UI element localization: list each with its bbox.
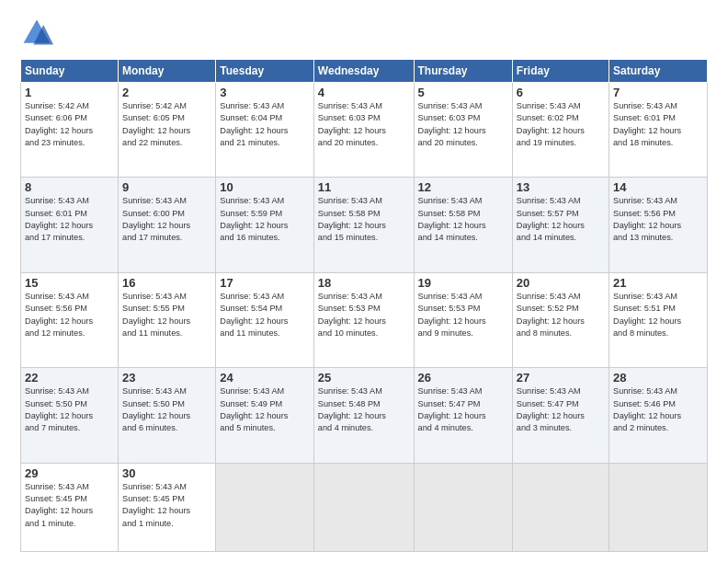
day-info: Sunrise: 5:43 AMSunset: 6:02 PMDaylight:…: [517, 101, 585, 147]
day-info: Sunrise: 5:43 AMSunset: 5:58 PMDaylight:…: [318, 196, 386, 242]
day-number: 27: [517, 371, 605, 385]
day-info: Sunrise: 5:42 AMSunset: 6:06 PMDaylight:…: [25, 101, 93, 147]
day-info: Sunrise: 5:43 AMSunset: 5:56 PMDaylight:…: [25, 292, 93, 338]
calendar-week-row: 8 Sunrise: 5:43 AMSunset: 6:01 PMDayligh…: [21, 178, 708, 272]
day-info: Sunrise: 5:43 AMSunset: 5:50 PMDaylight:…: [122, 386, 190, 432]
calendar-day-cell: 3 Sunrise: 5:43 AMSunset: 6:04 PMDayligh…: [216, 83, 314, 178]
calendar-day-cell: 27 Sunrise: 5:43 AMSunset: 5:47 PMDaylig…: [512, 368, 609, 463]
day-number: 28: [613, 371, 703, 385]
calendar-day-cell: [512, 463, 609, 551]
calendar-day-cell: [216, 463, 314, 551]
day-info: Sunrise: 5:43 AMSunset: 5:48 PMDaylight:…: [318, 386, 386, 432]
calendar-day-cell: [313, 463, 414, 551]
calendar-day-cell: 8 Sunrise: 5:43 AMSunset: 6:01 PMDayligh…: [21, 178, 119, 272]
calendar-day-cell: 11 Sunrise: 5:43 AMSunset: 5:58 PMDaylig…: [313, 178, 414, 272]
day-info: Sunrise: 5:43 AMSunset: 6:00 PMDaylight:…: [122, 196, 190, 242]
calendar-day-cell: 16 Sunrise: 5:43 AMSunset: 5:55 PMDaylig…: [119, 272, 216, 367]
calendar-day-cell: 14 Sunrise: 5:43 AMSunset: 5:56 PMDaylig…: [609, 178, 708, 272]
day-number: 3: [220, 86, 310, 99]
day-number: 26: [418, 371, 508, 385]
calendar-week-row: 29 Sunrise: 5:43 AMSunset: 5:45 PMDaylig…: [21, 463, 708, 551]
day-number: 22: [25, 371, 114, 385]
day-number: 30: [122, 466, 211, 480]
page: SundayMondayTuesdayWednesdayThursdayFrid…: [0, 0, 728, 563]
day-info: Sunrise: 5:43 AMSunset: 5:52 PMDaylight:…: [517, 292, 585, 338]
day-info: Sunrise: 5:43 AMSunset: 5:53 PMDaylight:…: [318, 292, 386, 338]
calendar-day-cell: 18 Sunrise: 5:43 AMSunset: 5:53 PMDaylig…: [313, 272, 414, 367]
calendar-day-cell: 2 Sunrise: 5:42 AMSunset: 6:05 PMDayligh…: [119, 83, 216, 178]
day-number: 7: [613, 86, 703, 99]
day-number: 5: [418, 86, 508, 99]
day-info: Sunrise: 5:43 AMSunset: 5:58 PMDaylight:…: [418, 196, 486, 242]
day-info: Sunrise: 5:43 AMSunset: 6:03 PMDaylight:…: [418, 101, 486, 147]
day-info: Sunrise: 5:43 AMSunset: 5:55 PMDaylight:…: [122, 292, 190, 338]
calendar-day-cell: 20 Sunrise: 5:43 AMSunset: 5:52 PMDaylig…: [512, 272, 609, 367]
day-info: Sunrise: 5:43 AMSunset: 5:59 PMDaylight:…: [220, 196, 288, 242]
logo-icon: [20, 17, 53, 50]
weekday-header-friday: Friday: [512, 60, 609, 83]
day-number: 8: [25, 180, 114, 194]
day-info: Sunrise: 5:43 AMSunset: 6:04 PMDaylight:…: [220, 101, 288, 147]
calendar-day-cell: 7 Sunrise: 5:43 AMSunset: 6:01 PMDayligh…: [609, 83, 708, 178]
calendar-day-cell: 24 Sunrise: 5:43 AMSunset: 5:49 PMDaylig…: [216, 368, 314, 463]
day-info: Sunrise: 5:43 AMSunset: 5:47 PMDaylight:…: [517, 386, 585, 432]
calendar-day-cell: 30 Sunrise: 5:43 AMSunset: 5:45 PMDaylig…: [119, 463, 216, 551]
calendar-day-cell: 26 Sunrise: 5:43 AMSunset: 5:47 PMDaylig…: [414, 368, 512, 463]
day-info: Sunrise: 5:43 AMSunset: 5:45 PMDaylight:…: [25, 482, 93, 528]
day-number: 18: [318, 276, 410, 290]
day-number: 23: [122, 371, 211, 385]
calendar-week-row: 15 Sunrise: 5:43 AMSunset: 5:56 PMDaylig…: [21, 272, 708, 367]
day-info: Sunrise: 5:43 AMSunset: 5:50 PMDaylight:…: [25, 386, 93, 432]
calendar-day-cell: 23 Sunrise: 5:43 AMSunset: 5:50 PMDaylig…: [119, 368, 216, 463]
day-info: Sunrise: 5:43 AMSunset: 6:01 PMDaylight:…: [613, 101, 681, 147]
calendar-day-cell: 25 Sunrise: 5:43 AMSunset: 5:48 PMDaylig…: [313, 368, 414, 463]
calendar-table: SundayMondayTuesdayWednesdayThursdayFrid…: [20, 59, 708, 552]
day-number: 25: [318, 371, 410, 385]
calendar-week-row: 1 Sunrise: 5:42 AMSunset: 6:06 PMDayligh…: [21, 83, 708, 178]
day-info: Sunrise: 5:42 AMSunset: 6:05 PMDaylight:…: [122, 101, 190, 147]
weekday-header-monday: Monday: [119, 60, 216, 83]
header: [20, 17, 708, 50]
day-info: Sunrise: 5:43 AMSunset: 5:51 PMDaylight:…: [613, 292, 681, 338]
calendar-day-cell: 5 Sunrise: 5:43 AMSunset: 6:03 PMDayligh…: [414, 83, 512, 178]
weekday-header-tuesday: Tuesday: [216, 60, 314, 83]
day-number: 10: [220, 180, 310, 194]
day-number: 12: [418, 180, 508, 194]
day-number: 11: [318, 180, 410, 194]
day-info: Sunrise: 5:43 AMSunset: 5:49 PMDaylight:…: [220, 386, 288, 432]
day-number: 19: [418, 276, 508, 290]
day-info: Sunrise: 5:43 AMSunset: 5:47 PMDaylight:…: [418, 386, 486, 432]
weekday-header-wednesday: Wednesday: [313, 60, 414, 83]
day-number: 1: [25, 86, 114, 99]
day-number: 29: [25, 466, 114, 480]
calendar-week-row: 22 Sunrise: 5:43 AMSunset: 5:50 PMDaylig…: [21, 368, 708, 463]
day-number: 2: [122, 86, 211, 99]
day-number: 13: [517, 180, 605, 194]
calendar-day-cell: 1 Sunrise: 5:42 AMSunset: 6:06 PMDayligh…: [21, 83, 119, 178]
day-number: 9: [122, 180, 211, 194]
day-number: 20: [517, 276, 605, 290]
weekday-header-sunday: Sunday: [21, 60, 119, 83]
day-number: 14: [613, 180, 703, 194]
calendar-day-cell: 4 Sunrise: 5:43 AMSunset: 6:03 PMDayligh…: [313, 83, 414, 178]
day-number: 17: [220, 276, 310, 290]
day-number: 16: [122, 276, 211, 290]
day-info: Sunrise: 5:43 AMSunset: 6:03 PMDaylight:…: [318, 101, 386, 147]
day-number: 4: [318, 86, 410, 99]
calendar-day-cell: [609, 463, 708, 551]
day-info: Sunrise: 5:43 AMSunset: 5:54 PMDaylight:…: [220, 292, 288, 338]
calendar-day-cell: 9 Sunrise: 5:43 AMSunset: 6:00 PMDayligh…: [119, 178, 216, 272]
day-number: 6: [517, 86, 605, 99]
day-info: Sunrise: 5:43 AMSunset: 5:45 PMDaylight:…: [122, 482, 190, 528]
day-number: 24: [220, 371, 310, 385]
calendar-day-cell: 15 Sunrise: 5:43 AMSunset: 5:56 PMDaylig…: [21, 272, 119, 367]
calendar-day-cell: 6 Sunrise: 5:43 AMSunset: 6:02 PMDayligh…: [512, 83, 609, 178]
day-info: Sunrise: 5:43 AMSunset: 5:56 PMDaylight:…: [613, 196, 681, 242]
calendar-day-cell: 12 Sunrise: 5:43 AMSunset: 5:58 PMDaylig…: [414, 178, 512, 272]
calendar-day-cell: 19 Sunrise: 5:43 AMSunset: 5:53 PMDaylig…: [414, 272, 512, 367]
weekday-header-saturday: Saturday: [609, 60, 708, 83]
calendar-day-cell: [414, 463, 512, 551]
logo: [20, 17, 57, 50]
day-number: 21: [613, 276, 703, 290]
day-info: Sunrise: 5:43 AMSunset: 5:57 PMDaylight:…: [517, 196, 585, 242]
